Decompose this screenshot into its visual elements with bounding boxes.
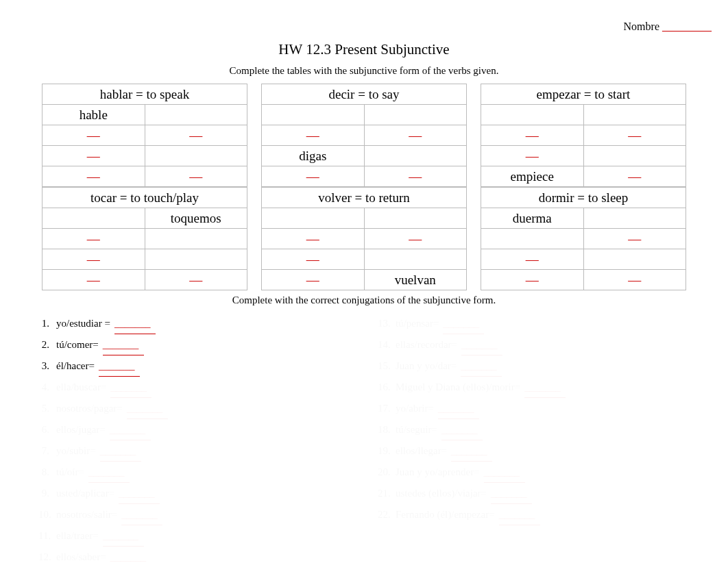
table-blank-cell[interactable]: — [583,125,686,146]
fill-item: 21.ustedes (ellos)/viajar=_______ [378,483,690,504]
table-empty-cell[interactable] [583,249,686,270]
fill-blank[interactable]: _______ [441,419,483,440]
table-given-cell: duerma [481,208,584,229]
table-blank-cell[interactable]: — [481,249,584,270]
table-blank-cell[interactable]: — [481,146,584,166]
fill-blank[interactable]: _______ [451,440,492,462]
fill-blank[interactable]: _______ [100,440,141,462]
table-blank-cell[interactable]: — [262,249,365,270]
fill-number: 8. [38,462,56,482]
fill-blank[interactable]: _______ [484,462,525,483]
fill-blank[interactable]: _______ [110,377,151,398]
fill-prompt: Fernando (él)/empezar= [396,504,495,525]
fill-blank[interactable]: _______ [88,462,130,483]
fill-blank[interactable]: _______ [491,483,532,504]
fill-number: 5. [38,398,56,418]
fill-blank[interactable]: _______ [99,355,140,377]
table-blank-cell[interactable]: — [145,125,247,146]
fill-number: 10. [38,504,56,525]
fill-blank[interactable]: _______ [461,355,502,377]
table-blank-cell[interactable]: — [43,229,145,249]
table-empty-cell[interactable] [364,146,467,166]
fill-number: 21. [378,483,396,503]
fill-col-right: 13.tú/pensar=_______14.ellas/recordar=__… [378,313,690,563]
fill-number: 1. [38,313,56,334]
table-empty-cell[interactable] [364,249,467,270]
table-blank-cell[interactable]: — [43,146,145,166]
fill-blank[interactable]: _______ [103,525,144,547]
fill-blank[interactable]: _______ [114,313,156,334]
conjugation-tables: hablar = to speakhable—————tocar = to to… [16,84,712,290]
fill-prompt: ustedes (ellos)/viajar= [396,483,487,503]
table-empty-cell[interactable] [481,105,584,125]
table-blank-cell[interactable]: — [43,125,145,146]
table-blank-cell[interactable]: — [262,270,365,290]
table-blank-cell[interactable]: — [43,166,145,187]
fill-blank[interactable]: _______ [119,483,160,504]
fill-blank[interactable]: _______ [110,547,151,563]
table-empty-cell[interactable] [262,208,365,229]
table-empty-cell[interactable] [145,249,247,270]
fill-number: 4. [38,377,56,397]
fill-blank[interactable]: _______ [110,419,151,440]
fill-item: 9.usted/aplicar=_______ [38,483,350,504]
table-blank-cell[interactable]: — [262,229,365,249]
table-empty-cell[interactable] [364,105,467,125]
table-blank-cell[interactable]: — [145,166,247,187]
table-blank-cell[interactable]: — [364,166,467,187]
table-empty-cell[interactable] [145,146,247,166]
fill-item: 4.ella/buscar=_______ [38,377,350,398]
table-blank-cell[interactable]: — [364,125,467,146]
table-empty-cell[interactable] [583,146,686,166]
fill-prompt: Miguel y Diana (ellos)/morir= [396,377,520,397]
fill-number: 2. [38,334,56,355]
table-empty-cell[interactable] [481,229,584,249]
fill-prompt: ellas/recordar= [396,334,457,355]
fill-blank[interactable]: _______ [121,504,162,525]
table-blank-cell[interactable]: — [145,270,247,290]
table-blank-cell[interactable]: — [43,249,145,270]
table-blank-cell[interactable]: — [583,270,686,290]
fill-number: 14. [378,334,396,355]
table-empty-cell[interactable] [145,229,247,249]
fill-prompt: yo/estudiar = [56,313,110,334]
fill-blank[interactable]: _______ [127,398,168,419]
table-blank-cell[interactable]: — [583,166,686,187]
conjugation-table: hablar = to speakhable————— [42,84,247,187]
table-empty-cell[interactable] [262,105,365,125]
fill-blank[interactable]: _______ [443,313,484,334]
instruction-fills: Complete with the correct conjugations o… [16,295,712,306]
fill-prompt: tú/comer= [56,334,99,355]
fill-blank[interactable]: _______ [499,504,540,525]
fill-prompt: Juan y yo/dar= [396,355,457,376]
fill-blank[interactable]: _______ [438,398,479,419]
fill-item: 1.yo/estudiar =_______ [38,313,350,334]
table-blank-cell[interactable]: — [481,125,584,146]
table-empty-cell[interactable] [583,208,686,229]
table-header: tocar = to touch/play [43,188,247,208]
table-empty-cell[interactable] [43,208,145,229]
table-blank-cell[interactable]: — [262,125,365,146]
table-blank-cell[interactable]: — [364,229,467,249]
fill-number: 19. [378,440,396,461]
fill-blank[interactable]: _______ [103,334,144,355]
nombre-blank[interactable]: _________ [662,21,712,32]
fill-item: 5.nosotros/pagar=_______ [38,398,350,419]
table-given-cell: vuelvan [364,270,467,290]
table-blank-cell[interactable]: — [583,229,686,249]
table-empty-cell[interactable] [145,105,247,125]
table-blank-cell[interactable]: — [43,270,145,290]
instruction-tables: Complete the tables with the subjunctive… [16,65,712,77]
fill-blank[interactable]: _______ [461,334,502,355]
nombre-label: Nombre [624,21,659,32]
table-given-cell: toquemos [145,208,247,229]
table-given-cell: digas [262,146,365,166]
fill-number: 6. [38,419,56,440]
conjugation-table: decir = to say——digas—— [261,84,467,187]
table-empty-cell[interactable] [583,105,686,125]
table-blank-cell[interactable]: — [481,270,584,290]
table-empty-cell[interactable] [364,208,467,229]
table-blank-cell[interactable]: — [262,166,365,187]
fill-prompt: yo/abrir= [396,398,434,418]
fill-blank[interactable]: _______ [524,377,566,398]
